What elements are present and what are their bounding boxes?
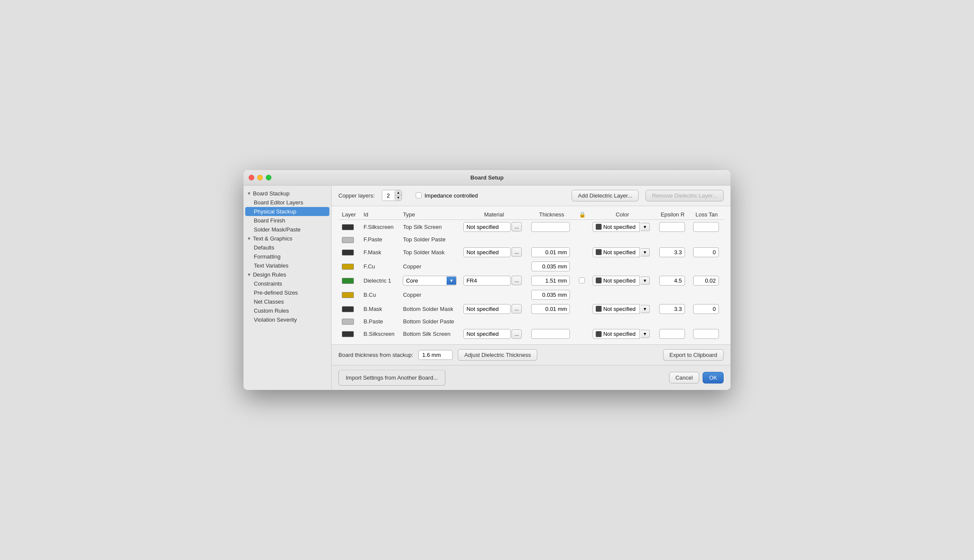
color-dropdown-button[interactable]: ▼ (641, 223, 650, 231)
material-browse-button[interactable]: ... (511, 247, 522, 257)
color-swatch-button[interactable]: Not specified (593, 247, 640, 257)
epsilon-r-input[interactable] (659, 222, 685, 232)
sidebar-item-board-editor-layers[interactable]: Board Editor Layers (244, 198, 331, 207)
material-browse-button[interactable]: ... (511, 304, 522, 313)
remove-dielectric-button[interactable]: Remove Dielectric Layer... (645, 190, 724, 201)
loss-tan-input[interactable] (693, 247, 719, 257)
sidebar-item-custom-rules[interactable]: Custom Rules (244, 306, 331, 315)
add-dielectric-button[interactable]: Add Dielectric Layer... (572, 190, 639, 201)
color-dropdown-button[interactable]: ▼ (641, 277, 650, 285)
layer-swatch (342, 224, 354, 230)
layer-swatch (342, 319, 354, 325)
thickness-input[interactable] (531, 304, 570, 314)
board-thickness-label: Board thickness from stackup: (338, 352, 413, 358)
sidebar-item-constraints[interactable]: Constraints (244, 279, 331, 288)
sidebar-item-predefined-sizes[interactable]: Pre-defined Sizes (244, 288, 331, 297)
layer-type: Top Silk Screen (399, 219, 460, 234)
color-swatch-button[interactable]: Not specified (593, 304, 640, 314)
board-thickness-value[interactable] (418, 350, 453, 360)
loss-tan-input[interactable] (693, 329, 719, 339)
table-row: B.Paste Bottom Solder Paste (338, 316, 724, 327)
loss-tan-input[interactable] (693, 276, 719, 286)
sidebar-item-defaults[interactable]: Defaults (244, 243, 331, 252)
sidebar-item-net-classes[interactable]: Net Classes (244, 297, 331, 306)
bottom-bar: Board thickness from stackup: Adjust Die… (332, 344, 730, 365)
sidebar-item-violation-severity[interactable]: Violation Severity (244, 315, 331, 324)
sidebar-section-label: Design Rules (253, 271, 286, 278)
thickness-input[interactable] (531, 262, 570, 271)
material-browse-button[interactable]: ... (511, 329, 522, 339)
epsilon-r-input[interactable] (659, 304, 685, 314)
col-epsilon-r: Epsilon R (656, 210, 690, 220)
cancel-button[interactable]: Cancel (669, 372, 699, 383)
epsilon-r-input[interactable] (659, 329, 685, 339)
maximize-button[interactable] (266, 175, 271, 180)
color-swatch-button[interactable]: Not specified (593, 329, 640, 339)
copper-layers-stepper[interactable]: 2 ▲ ▼ (382, 190, 402, 201)
layer-id: F.Silkscreen (360, 219, 400, 234)
thickness-input[interactable] (531, 276, 570, 286)
color-swatch (596, 331, 602, 337)
layer-type: Top Solder Mask (399, 245, 460, 259)
layer-id: B.Mask (360, 302, 400, 316)
sidebar-section-design-rules[interactable]: ▼ Design Rules (244, 270, 331, 279)
epsilon-r-input[interactable] (659, 247, 685, 257)
table-row: B.Cu Copper (338, 288, 724, 302)
stepper-up-button[interactable]: ▲ (395, 190, 402, 195)
close-button[interactable] (249, 175, 254, 180)
color-swatch-button[interactable]: Not specified (593, 276, 640, 286)
loss-tan-input[interactable] (693, 222, 719, 232)
col-material: Material (460, 210, 528, 220)
thickness-input[interactable] (531, 329, 570, 339)
export-clipboard-button[interactable]: Export to Clipboard (663, 349, 724, 361)
import-settings-button[interactable]: Import Settings from Another Board... (338, 370, 445, 386)
sidebar-section-label: Text & Graphics (253, 235, 292, 242)
epsilon-r-input[interactable] (659, 276, 685, 286)
material-input[interactable] (463, 329, 511, 339)
color-label: Not specified (603, 331, 636, 337)
table-row: B.Silkscreen Bottom Silk Screen ... (338, 327, 724, 341)
material-input[interactable] (463, 276, 511, 286)
color-container: Not specified ▼ (593, 276, 652, 286)
color-label: Not specified (603, 249, 636, 256)
sidebar-section-text-graphics[interactable]: ▼ Text & Graphics (244, 234, 331, 243)
color-container: Not specified ▼ (593, 329, 652, 339)
color-dropdown-button[interactable]: ▼ (641, 330, 650, 338)
dielectric-type-select[interactable]: Core ▼ (403, 276, 457, 286)
col-lock: 🔒 (575, 210, 589, 220)
thickness-input[interactable] (531, 222, 570, 232)
col-layer: Layer (338, 210, 360, 220)
minimize-button[interactable] (257, 175, 263, 180)
sidebar: ▼ Board Stackup Board Editor Layers Phys… (244, 186, 332, 390)
color-dropdown-button[interactable]: ▼ (641, 248, 650, 256)
sidebar-section-board-stackup[interactable]: ▼ Board Stackup (244, 189, 331, 198)
sidebar-item-text-variables[interactable]: Text Variables (244, 261, 331, 270)
table-row: Dielectric 1 Core ▼ ... (338, 274, 724, 288)
thickness-input[interactable] (531, 290, 570, 300)
dielectric-type-arrow[interactable]: ▼ (447, 277, 456, 285)
thickness-input[interactable] (531, 247, 570, 257)
stepper-buttons: ▲ ▼ (395, 190, 402, 201)
loss-tan-input[interactable] (693, 304, 719, 314)
color-swatch (596, 249, 602, 255)
material-input[interactable] (463, 304, 511, 314)
layer-swatch (342, 264, 354, 270)
lock-icon: 🔒 (579, 211, 586, 218)
material-browse-button[interactable]: ... (511, 276, 522, 285)
lock-checkbox[interactable] (579, 277, 585, 283)
material-input[interactable] (463, 247, 511, 257)
impedance-checkbox[interactable] (416, 192, 422, 198)
table-row: F.Mask Top Solder Mask ... (338, 245, 724, 259)
color-dropdown-button[interactable]: ▼ (641, 305, 650, 313)
ok-button[interactable]: OK (703, 372, 724, 383)
material-input[interactable] (463, 222, 511, 232)
sidebar-item-physical-stackup[interactable]: Physical Stackup (245, 207, 329, 216)
stepper-down-button[interactable]: ▼ (395, 195, 402, 201)
sidebar-item-formatting[interactable]: Formatting (244, 252, 331, 261)
adjust-dielectric-button[interactable]: Adjust Dielectric Thickness (458, 349, 537, 361)
color-swatch-button[interactable]: Not specified (593, 222, 640, 232)
impedance-label: Impedance controlled (424, 192, 478, 199)
sidebar-item-board-finish[interactable]: Board Finish (244, 216, 331, 225)
sidebar-item-solder-mask-paste[interactable]: Solder Mask/Paste (244, 225, 331, 234)
material-browse-button[interactable]: ... (511, 222, 522, 231)
